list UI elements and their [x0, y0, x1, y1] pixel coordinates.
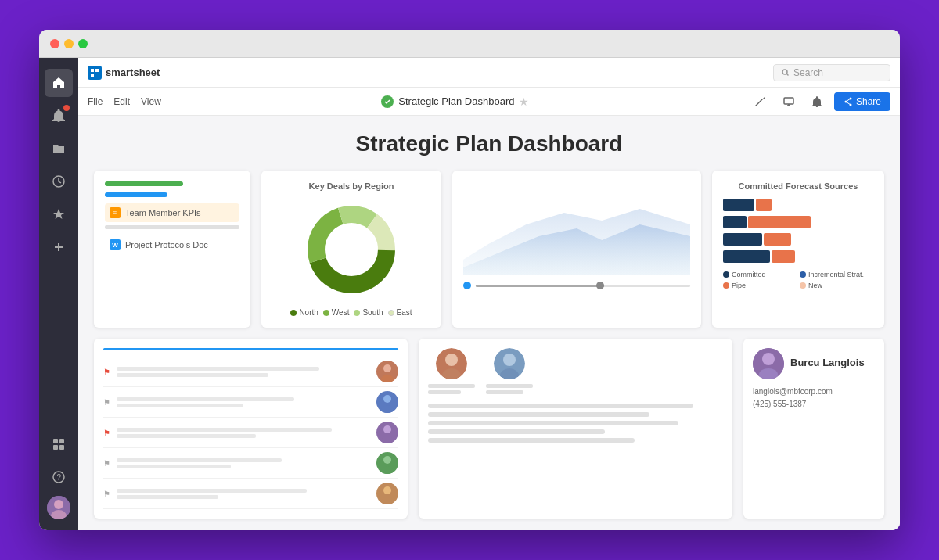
svg-point-28 [381, 436, 394, 443]
sidebar-item-folder[interactable] [45, 135, 73, 163]
dot-close[interactable] [50, 39, 59, 48]
star-button[interactable]: ★ [519, 95, 529, 108]
avatar-5 [376, 483, 398, 504]
legend-dot-west [323, 310, 329, 316]
sidebar-item-star[interactable] [45, 200, 73, 228]
svg-point-36 [500, 368, 519, 379]
contact-name: Burcu Langlois [790, 357, 865, 368]
legend-label-incremental: Incremental Strat. [808, 271, 864, 278]
legend-dot-new [800, 282, 806, 289]
legend-label-south: South [362, 308, 383, 317]
svg-text:?: ? [57, 473, 62, 482]
table-row-2: ⚑ [103, 387, 398, 418]
bar-chart [723, 199, 873, 263]
table-lines-5 [117, 489, 370, 499]
doc-icon: W [110, 239, 121, 250]
sidebar-item-grid[interactable] [45, 430, 73, 458]
sidebar-item-home[interactable] [45, 69, 73, 97]
svg-point-34 [442, 368, 461, 379]
svg-rect-11 [91, 74, 94, 77]
notify-button[interactable] [806, 91, 828, 113]
left-panel-widget: ≡ Team Member KPIs W Project Protocols D… [94, 171, 250, 328]
dashboard-content: Strategic Plan Dashboard ≡ Team Member K… [78, 116, 900, 530]
edit-button[interactable] [750, 91, 772, 113]
topbar: smartsheet Search [78, 58, 900, 88]
table-lines-4 [117, 458, 370, 468]
contact-info: Burcu Langlois [790, 357, 865, 371]
search-bar[interactable]: Search [773, 64, 890, 81]
panel-line-green [105, 181, 183, 186]
kpis-icon: ≡ [110, 207, 121, 218]
menu-edit[interactable]: Edit [113, 96, 130, 107]
person-img-1 [436, 348, 467, 379]
bottom-widget-row: ⚑ [94, 339, 884, 519]
smartsheet-logo: smartsheet [88, 66, 160, 80]
person-1-col [428, 348, 475, 394]
table-line-5a [117, 489, 307, 493]
flag-icon-3: ⚑ [103, 429, 110, 437]
panel-item-doc[interactable]: W Project Protocols Doc [105, 235, 239, 254]
legend-label-east: East [397, 308, 412, 317]
table-lines-2 [117, 397, 370, 407]
legend-north: North [290, 308, 318, 317]
donut-chart-svg [300, 199, 402, 300]
slider-track[interactable] [476, 285, 690, 287]
separator-line [105, 225, 239, 229]
svg-rect-3 [53, 445, 58, 450]
people-row [428, 348, 723, 394]
table-row-5: ⚑ [103, 479, 398, 509]
bar-seg-pipe-4 [772, 250, 795, 263]
present-button[interactable] [778, 91, 800, 113]
toolbar-actions: Share [750, 91, 890, 113]
chart-slider[interactable] [463, 282, 690, 289]
area-chart-widget [452, 171, 701, 328]
p1-line1 [428, 384, 475, 388]
table-row-3: ⚑ [103, 418, 398, 448]
legend-dot-committed [723, 271, 729, 278]
svg-rect-14 [784, 98, 793, 104]
legend-committed: Committed [723, 271, 797, 278]
menu-file[interactable]: File [88, 96, 103, 107]
svg-point-38 [762, 353, 775, 365]
p1-line2 [428, 390, 461, 394]
share-label: Share [856, 96, 881, 107]
avatar-img-4 [376, 452, 398, 474]
bar-row-2 [723, 216, 873, 228]
sidebar-item-clock[interactable] [45, 167, 73, 196]
svg-point-12 [782, 70, 787, 74]
person-2-lines [486, 384, 533, 394]
share-button[interactable]: Share [834, 92, 890, 111]
dot-minimize[interactable] [64, 39, 74, 48]
logo-icon [88, 66, 102, 80]
svg-point-24 [381, 375, 394, 382]
svg-point-35 [503, 354, 516, 366]
sidebar-item-add[interactable] [45, 233, 73, 261]
bar-row-4 [723, 250, 873, 263]
dot-maximize[interactable] [78, 39, 88, 48]
table-header-line [103, 348, 398, 350]
metric-line-5 [428, 438, 635, 443]
user-avatar[interactable] [47, 496, 70, 519]
svg-point-29 [383, 456, 391, 464]
sidebar-item-help[interactable]: ? [45, 463, 73, 491]
bar-chart-widget: Committed Forecast Sources [712, 171, 884, 328]
sidebar-item-bell[interactable] [45, 102, 73, 130]
table-row-1: ⚑ [103, 357, 398, 387]
donut-container [272, 199, 430, 300]
svg-point-27 [383, 425, 391, 433]
search-icon [782, 69, 790, 77]
legend-south: South [354, 308, 383, 317]
table-line-4b [117, 465, 231, 468]
svg-point-23 [383, 364, 391, 372]
notification-badge [63, 105, 70, 111]
table-lines-1 [117, 367, 370, 377]
contact-header: Burcu Langlois [753, 348, 875, 379]
menu-view[interactable]: View [141, 96, 161, 107]
avatar-3 [376, 422, 398, 443]
slider-left-dot [463, 282, 471, 289]
legend-incremental: Incremental Strat. [800, 271, 873, 278]
metric-lines [428, 404, 723, 443]
metric-line-3 [428, 421, 678, 425]
panel-item-kpis[interactable]: ≡ Team Member KPIs [105, 203, 239, 222]
contact-avatar [753, 348, 784, 379]
